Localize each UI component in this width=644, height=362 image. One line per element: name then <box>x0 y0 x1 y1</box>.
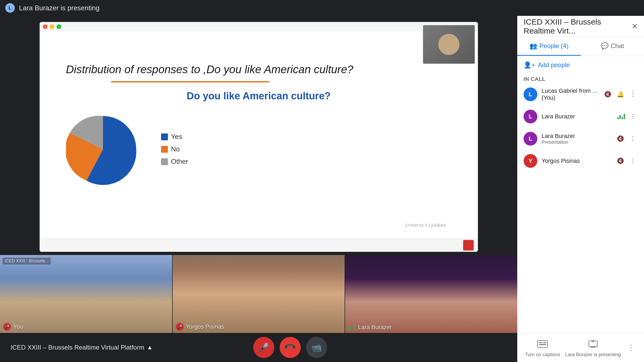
avatar: L <box>5 3 15 13</box>
window-close-icon[interactable] <box>43 24 48 29</box>
presenting-label: Lara Burazer is presenting <box>565 352 621 358</box>
add-people-button[interactable]: 👤+ Add people <box>517 56 644 74</box>
mic-off-icon-lara2[interactable]: 🔇 <box>615 134 625 143</box>
sub-lara2: Presentation <box>542 140 611 145</box>
more-options-button[interactable]: ⋮ <box>626 342 636 353</box>
captions-label: Turn on captions <box>525 352 560 358</box>
pie-chart <box>66 112 140 186</box>
slide-content: Distribution of responses to ,Do you lik… <box>55 42 462 244</box>
tab-people-label: People (4) <box>539 42 569 50</box>
legend-other-dot <box>161 158 168 165</box>
mic-off-icon-yorgos[interactable]: 🔇 <box>615 156 625 166</box>
icons-lara2: 🔇 ⋮ <box>615 134 638 143</box>
camera-button[interactable]: 📹 <box>306 337 327 358</box>
avatar-lucas: L <box>524 87 537 101</box>
window-minimize-icon[interactable] <box>50 24 54 29</box>
chart-legend: Yes No Other <box>161 133 188 166</box>
icons-lucas: 🔇 🔔 ⋮ <box>603 90 638 99</box>
tab-people[interactable]: 👥 People (4) <box>517 37 581 56</box>
slide-question: Do you like American culture? <box>66 90 452 102</box>
captions-action[interactable]: Turn on captions <box>525 338 560 358</box>
chat-icon: 💬 <box>601 42 609 50</box>
svg-rect-3 <box>539 344 546 345</box>
participant-yorgos: Y Yorgos Pisinas 🔇 ⋮ <box>517 150 644 172</box>
speaking-indicator-lara <box>617 114 625 119</box>
legend-no: No <box>161 145 188 153</box>
mute-icon-yorgos: 🎤 <box>176 323 184 331</box>
bottom-bar: ICED XXIII – Brussels Realtime Virtual P… <box>0 333 517 362</box>
chevron-up-icon[interactable]: ▲ <box>147 344 153 351</box>
presentation-area: Distribution of responses to ,Do you lik… <box>0 16 517 255</box>
slide-chart-area: Yes No Other <box>66 112 452 186</box>
slide-window-top <box>40 22 478 31</box>
in-call-label: IN CALL <box>517 74 644 83</box>
name-lara2: Lara Burazer <box>542 133 611 140</box>
slide-taskbar-icon <box>463 240 474 250</box>
svg-rect-1 <box>539 342 542 343</box>
controls-center: 🎤 📞 📹 <box>253 337 327 358</box>
slide-divider <box>111 81 269 82</box>
more-icon-yorgos[interactable]: ⋮ <box>628 156 638 166</box>
presenting-action[interactable]: Lara Burazer is presenting <box>565 338 621 358</box>
video-label-you: 🎤 You <box>3 323 23 331</box>
close-sidebar-button[interactable]: ✕ <box>632 22 638 31</box>
content-area: Distribution of responses to ,Do you lik… <box>0 16 517 362</box>
avatar-lara1: L <box>524 110 537 123</box>
people-icon: 👥 <box>529 42 537 50</box>
participant-lucas: L Lucas Gabriel from ... (You) 🔇 🔔 ⋮ <box>517 83 644 105</box>
mute-icon-you: 🎤 <box>3 323 11 331</box>
video-label-yorgos: 🎤 Yorgos Pisinas <box>176 323 224 331</box>
video-tile-yorgos: 🎤 Yorgos Pisinas <box>172 255 345 333</box>
main-layout: Distribution of responses to ,Do you lik… <box>0 16 644 362</box>
sidebar-title: ICED XXIII – Brussels Realtime Virt... <box>524 17 632 35</box>
icons-lara1: ⋮ <box>617 112 638 121</box>
video-bg-yorgos <box>173 255 345 333</box>
mute-button[interactable]: 🎤 <box>253 337 274 358</box>
name-yorgos: Yorgos Pisinas <box>542 157 611 164</box>
more-icon-lara1[interactable]: ⋮ <box>628 112 638 121</box>
legend-no-dot <box>161 146 168 153</box>
avatar-lara2: L <box>524 132 537 146</box>
video-tile-you: ICED XXIII - Brussels... 🎤 You <box>0 255 172 333</box>
svg-rect-5 <box>590 347 596 347</box>
sidebar-tabs: 👥 People (4) 💬 Chat <box>517 37 644 56</box>
mic-off-icon-lucas[interactable]: 🔇 <box>603 90 612 99</box>
slide-taskbar <box>40 239 478 252</box>
overlay-text-you: ICED XXIII - Brussels... <box>3 258 51 264</box>
video-bg-you <box>0 255 172 333</box>
video-bg-lara <box>345 255 517 333</box>
speaking-bars-lara <box>348 325 356 330</box>
right-sidebar: ICED XXIII – Brussels Realtime Virt... ✕… <box>517 16 644 362</box>
svg-rect-0 <box>538 341 548 347</box>
tab-chat-label: Chat <box>611 42 624 50</box>
window-maximize-icon[interactable] <box>57 24 61 29</box>
bell-icon-lucas[interactable]: 🔔 <box>615 90 625 99</box>
slide-footer: Univerza v Ljubljani <box>405 222 446 228</box>
captions-icon <box>536 338 549 350</box>
svg-rect-2 <box>543 342 546 343</box>
legend-other: Other <box>161 157 188 166</box>
add-person-icon: 👤+ <box>524 61 535 69</box>
top-bar: L Lara Burazer is presenting <box>0 0 644 16</box>
participant-lara-presentation: L Lara Burazer Presentation 🔇 ⋮ <box>517 128 644 150</box>
legend-yes: Yes <box>161 133 188 141</box>
icons-yorgos: 🔇 ⋮ <box>615 156 638 166</box>
video-tile-lara: Lara Burazer <box>345 255 517 333</box>
more-icon-lucas[interactable]: ⋮ <box>628 90 638 99</box>
tab-chat[interactable]: 💬 Chat <box>581 37 644 56</box>
more-icon-lara2[interactable]: ⋮ <box>628 134 638 143</box>
video-label-lara: Lara Burazer <box>348 324 392 331</box>
hangup-button[interactable]: 📞 <box>275 332 305 362</box>
sidebar-footer: Turn on captions Lara Burazer is present… <box>517 333 644 362</box>
participant-lara1: L Lara Burazer ⋮ <box>517 105 644 128</box>
sidebar-header: ICED XXIII – Brussels Realtime Virt... ✕ <box>517 16 644 37</box>
slide-container: Distribution of responses to ,Do you lik… <box>40 22 478 252</box>
presenting-icon <box>587 338 599 350</box>
slide-title: Distribution of responses to ,Do you lik… <box>66 63 452 76</box>
video-strip: ICED XXIII - Brussels... 🎤 You 🎤 Yorgos … <box>0 255 517 333</box>
meeting-title-bottom: ICED XXIII – Brussels Realtime Virtual P… <box>11 344 153 351</box>
name-lara1: Lara Burazer <box>542 113 613 120</box>
avatar-yorgos: Y <box>524 154 537 168</box>
name-lucas: Lucas Gabriel from ... (You) <box>542 87 599 101</box>
presenter-status: Lara Burazer is presenting <box>19 4 100 12</box>
